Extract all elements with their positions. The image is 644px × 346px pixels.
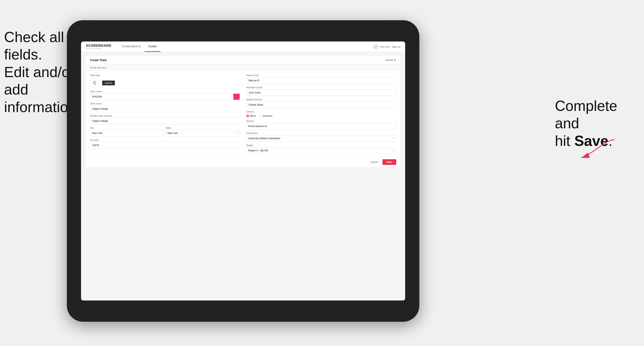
form-footer: Cancel Save xyxy=(86,157,400,167)
nav-teams[interactable]: TEAMS xyxy=(144,41,160,52)
region-select-wrapper: Region II - (M) DIII ✕ ⌃ xyxy=(246,147,396,154)
display-name-input[interactable] xyxy=(90,118,240,124)
nav-tournaments[interactable]: TOURNAMENTS xyxy=(118,41,145,52)
gender-label: Gender xyxy=(246,111,396,113)
form-title: Create Team xyxy=(90,58,107,62)
colour-input[interactable] xyxy=(90,93,233,100)
display-name-label: Display name (unique) xyxy=(90,115,240,117)
team-name-label: Team name xyxy=(90,102,240,105)
chevron-down-icon[interactable]: ⌃ xyxy=(394,150,396,152)
chevron-down-icon[interactable]: ⌃ xyxy=(394,137,396,140)
colour-swatch[interactable] xyxy=(233,93,240,100)
athletic-director-field: Athletic Director xyxy=(246,98,396,108)
team-name-field: Team name xyxy=(90,102,240,112)
city-label: City xyxy=(90,127,164,129)
section-team-details: TEAM DETAILS xyxy=(86,64,400,71)
tablet-device: SCOREBOARD Powered by clippit TOURNAMENT… xyxy=(67,20,419,322)
zip-field: Zip code xyxy=(90,139,240,149)
cancel-top-button[interactable]: Cancel ✕ xyxy=(386,58,396,62)
city-state-row: City State New York xyxy=(90,127,240,136)
team-logo-field: Team logo C Upload xyxy=(90,74,240,88)
state-select-controls: ✕ ⌃ xyxy=(235,132,239,134)
radio-womens-dot xyxy=(259,115,262,117)
conference-label: Conference xyxy=(246,132,396,134)
team-logo-label: Team logo xyxy=(90,74,240,76)
logo-upload-area: C Upload xyxy=(90,78,240,88)
gender-womens-option[interactable]: Womens xyxy=(259,115,272,117)
head-coach-field: Head Coach xyxy=(246,74,396,84)
main-content: Create Team Cancel ✕ TEAM DETAILS Team l… xyxy=(81,52,405,301)
main-nav: TOURNAMENTS TEAMS xyxy=(118,41,161,52)
zip-label: Zip code xyxy=(90,139,240,141)
create-team-form: Create Team Cancel ✕ TEAM DETAILS Team l… xyxy=(86,56,400,167)
form-header: Create Team Cancel ✕ xyxy=(86,56,400,64)
chevron-down-icon[interactable]: ⌃ xyxy=(394,125,396,128)
head-coach-input[interactable] xyxy=(246,77,396,84)
athletic-director-input[interactable] xyxy=(246,102,396,108)
brand-logo: SCOREBOARD Powered by clippit xyxy=(86,44,112,49)
division-controls: ⌃ xyxy=(394,125,396,128)
clear-icon[interactable]: ✕ xyxy=(235,132,237,134)
clear-icon[interactable]: ✕ xyxy=(392,150,393,152)
user-avatar xyxy=(373,44,378,49)
division-select[interactable]: NCAA Division III xyxy=(246,123,396,130)
conference-field: Conference University Athletic Associati… xyxy=(246,132,396,142)
conference-select-wrapper: University Athletic Association ✕ ⌃ xyxy=(246,135,396,142)
gender-row: Mens Womens xyxy=(246,115,396,117)
conference-controls: ✕ ⌃ xyxy=(392,137,396,140)
brand-sub: Powered by clippit xyxy=(86,47,112,49)
division-field: Division NCAA Division III ⌃ xyxy=(246,120,396,130)
region-field: Region Region II - (M) DIII ✕ ⌃ xyxy=(246,144,396,154)
footer-cancel-button[interactable]: Cancel xyxy=(368,160,380,165)
brand-name: SCOREBOARD xyxy=(86,44,112,47)
gender-mens-option[interactable]: Mens xyxy=(246,115,256,117)
user-label: Test User | xyxy=(380,45,390,48)
arrow-right-icon xyxy=(577,138,618,162)
state-label: State xyxy=(166,127,240,129)
region-select[interactable]: Region II - (M) DIII xyxy=(246,147,396,154)
head-coach-label: Head Coach xyxy=(246,74,396,76)
radio-mens-dot xyxy=(246,115,249,117)
colour-row xyxy=(90,93,240,100)
upload-button[interactable]: Upload xyxy=(102,81,115,85)
conference-select[interactable]: University Athletic Association xyxy=(246,135,396,142)
state-select[interactable]: New York xyxy=(166,130,240,136)
navbar: SCOREBOARD Powered by clippit TOURNAMENT… xyxy=(81,41,405,52)
team-name-input[interactable] xyxy=(90,106,240,112)
city-field: City xyxy=(90,127,164,136)
state-field: State New York ✕ ⌃ xyxy=(166,127,240,136)
signout-button[interactable]: Sign out xyxy=(392,45,400,48)
region-controls: ✕ ⌃ xyxy=(392,150,396,152)
city-input[interactable] xyxy=(90,130,164,136)
navbar-right: Test User | Sign out xyxy=(373,44,400,49)
region-label: Region xyxy=(246,144,396,147)
assistant-coach-label: Assistant Coach xyxy=(246,86,396,89)
athletic-director-label: Athletic Director xyxy=(246,98,396,101)
assistant-coach-input[interactable] xyxy=(246,89,396,96)
gender-field: Gender Mens Womens xyxy=(246,111,396,117)
team-colour-field: Team colour xyxy=(90,90,240,100)
save-button[interactable]: Save xyxy=(382,159,396,165)
chevron-down-icon[interactable]: ⌃ xyxy=(238,132,239,134)
display-name-field: Display name (unique) xyxy=(90,115,240,124)
division-label: Division xyxy=(246,120,396,122)
logo-circle: C xyxy=(90,78,100,88)
city-state-group: City State New York xyxy=(90,127,240,136)
form-body: Team logo C Upload Team colour xyxy=(86,71,400,157)
clear-icon[interactable]: ✕ xyxy=(392,137,393,140)
form-right-column: Head Coach Assistant Coach Athletic Dire… xyxy=(246,74,396,154)
state-select-wrapper: New York ✕ ⌃ xyxy=(166,130,240,136)
division-select-wrapper: NCAA Division III ⌃ xyxy=(246,123,396,130)
close-icon: ✕ xyxy=(394,58,396,62)
tablet-screen: SCOREBOARD Powered by clippit TOURNAMENT… xyxy=(81,41,405,301)
assistant-coach-field: Assistant Coach xyxy=(246,86,396,96)
zip-input[interactable] xyxy=(90,142,240,149)
team-colour-label: Team colour xyxy=(90,90,240,93)
form-left-column: Team logo C Upload Team colour xyxy=(90,74,240,154)
